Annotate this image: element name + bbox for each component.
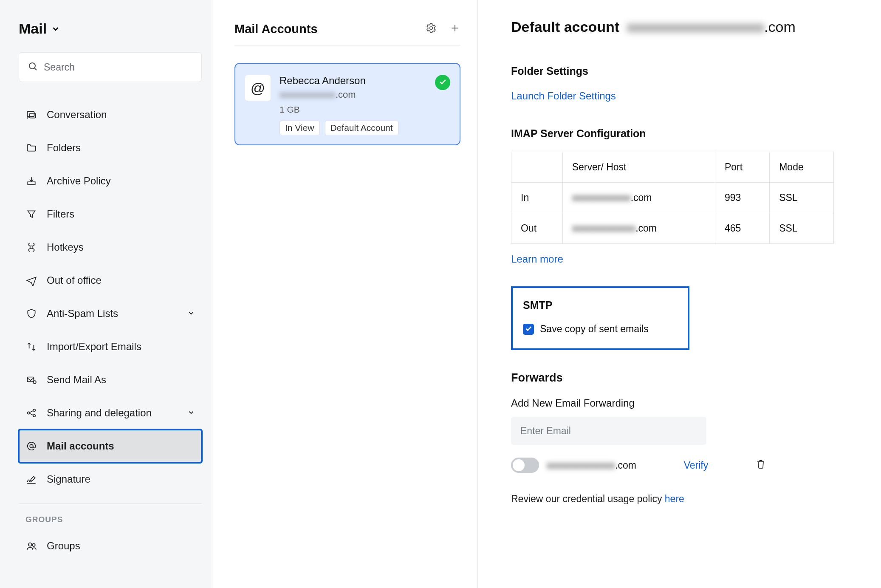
settings-sidebar: Mail Conversation Folders Archive Policy… — [0, 0, 212, 588]
cell-port: 465 — [715, 213, 769, 244]
cell-host: xxxxxxxxxxxx.com — [562, 183, 715, 213]
conversation-icon — [25, 109, 37, 120]
sidebar-item-folders[interactable]: Folders — [19, 131, 202, 164]
forwarding-email: xxxxxxxxxxxxxx.com — [547, 460, 636, 471]
sidebar-item-anti-spam[interactable]: Anti-Spam Lists — [19, 297, 202, 330]
table-row: In xxxxxxxxxxxx.com 993 SSL — [511, 183, 834, 213]
svg-point-5 — [33, 381, 36, 384]
cell-host: xxxxxxxxxxxxx.com — [562, 213, 715, 244]
sidebar-item-archive-policy[interactable]: Archive Policy — [19, 164, 202, 198]
account-card-body: Rebecca Anderson xxxxxxxxxxxx.com 1 GB I… — [280, 75, 426, 135]
launch-folder-settings-link[interactable]: Launch Folder Settings — [511, 90, 616, 102]
share-icon — [25, 407, 37, 418]
account-tags: In View Default Account — [280, 121, 426, 135]
cell-mode: SSL — [770, 183, 834, 213]
sidebar-item-hotkeys[interactable]: Hotkeys — [19, 231, 202, 264]
svg-point-0 — [29, 63, 35, 69]
accounts-title: Mail Accounts — [234, 22, 426, 36]
cell-port: 993 — [715, 183, 769, 213]
search-field-wrap[interactable] — [19, 52, 202, 82]
account-storage-size: 1 GB — [280, 105, 426, 115]
account-email: xxxxxxxxxxxx.com — [280, 89, 426, 100]
account-name: Rebecca Anderson — [280, 75, 426, 87]
groups-icon — [25, 540, 37, 551]
filter-icon — [25, 209, 37, 220]
chevron-down-icon — [51, 20, 60, 37]
signature-icon — [25, 474, 37, 485]
sidebar-item-label: Signature — [47, 473, 90, 485]
sidebar-item-filters[interactable]: Filters — [19, 198, 202, 231]
svg-point-12 — [430, 27, 433, 30]
command-icon — [25, 242, 37, 253]
credential-policy-text: Review our credential usage policy here — [511, 493, 840, 505]
sidebar-item-label: Archive Policy — [47, 175, 111, 187]
shield-icon — [25, 308, 37, 319]
sidebar-nav: Conversation Folders Archive Policy Filt… — [19, 98, 202, 496]
sidebar-item-mail-accounts[interactable]: Mail accounts — [19, 430, 202, 463]
svg-rect-4 — [27, 377, 34, 382]
col-blank — [511, 152, 563, 183]
sidebar-item-label: Hotkeys — [47, 241, 84, 253]
groups-section-label: GROUPS — [25, 515, 202, 524]
sidebar-app-selector[interactable]: Mail — [19, 20, 202, 37]
account-detail-panel: Default account xxxxxxxxxxxxxxxxxxx.com … — [478, 0, 881, 588]
sidebar-item-label: Send Mail As — [47, 374, 106, 386]
account-verified-badge — [435, 75, 450, 90]
send-as-icon — [25, 374, 37, 385]
folder-settings-section: Folder Settings Launch Folder Settings — [511, 65, 840, 102]
forwarding-verify-link[interactable]: Verify — [684, 460, 709, 471]
account-card[interactable]: @ Rebecca Anderson xxxxxxxxxxxx.com 1 GB… — [234, 63, 460, 145]
sidebar-item-send-mail-as[interactable]: Send Mail As — [19, 363, 202, 396]
smtp-save-copy-checkbox[interactable] — [523, 324, 534, 335]
sidebar-item-label: Filters — [47, 208, 74, 220]
sidebar-item-label: Folders — [47, 142, 81, 154]
smtp-save-copy-label: Save copy of sent emails — [540, 323, 649, 335]
sidebar-item-signature[interactable]: Signature — [19, 463, 202, 496]
accounts-header: Mail Accounts — [234, 22, 460, 46]
search-icon — [28, 61, 38, 74]
cell-direction: Out — [511, 213, 563, 244]
sidebar-item-conversation[interactable]: Conversation — [19, 98, 202, 131]
credential-policy-link[interactable]: here — [665, 493, 684, 505]
account-tag-default: Default Account — [325, 121, 398, 135]
imap-learn-more-link[interactable]: Learn more — [511, 253, 563, 265]
smtp-save-copy-row: Save copy of sent emails — [523, 323, 675, 335]
sidebar-item-label: Mail accounts — [47, 440, 114, 452]
forwarding-email-input[interactable] — [511, 417, 706, 445]
forwarding-delete-button[interactable] — [756, 459, 766, 472]
sidebar-title-text: Mail — [19, 20, 47, 37]
sidebar-item-out-of-office[interactable]: Out of office — [19, 264, 202, 297]
sidebar-item-label: Sharing and delegation — [47, 407, 152, 419]
accounts-header-actions — [426, 23, 460, 36]
forwarding-entry-row: xxxxxxxxxxxxxx.com Verify — [511, 458, 766, 473]
table-row: Out xxxxxxxxxxxxx.com 465 SSL — [511, 213, 834, 244]
forwarding-toggle[interactable] — [511, 458, 539, 473]
archive-icon — [25, 175, 37, 187]
col-mode: Mode — [770, 152, 834, 183]
accounts-list-panel: Mail Accounts @ Rebecca Anderson xxxxxxx… — [212, 0, 478, 588]
plane-icon — [25, 275, 37, 286]
account-avatar: @ — [245, 75, 271, 101]
imap-config-heading: IMAP Server Configuration — [511, 127, 840, 140]
imap-config-table: Server/ Host Port Mode In xxxxxxxxxxxx.c… — [511, 152, 834, 244]
folder-icon — [25, 142, 37, 153]
add-account-button[interactable] — [449, 23, 460, 36]
import-export-icon — [25, 341, 37, 352]
folder-settings-heading: Folder Settings — [511, 65, 840, 77]
sidebar-item-sharing[interactable]: Sharing and delegation — [19, 396, 202, 430]
sidebar-item-label: Anti-Spam Lists — [47, 308, 118, 319]
detail-title-email: xxxxxxxxxxxxxxxxxxx.com — [627, 19, 796, 35]
check-icon — [438, 77, 447, 88]
sidebar-item-groups[interactable]: Groups — [19, 529, 202, 563]
plus-icon — [449, 23, 460, 36]
sidebar-item-label: Conversation — [47, 109, 107, 121]
table-header-row: Server/ Host Port Mode — [511, 152, 834, 183]
svg-point-10 — [28, 543, 32, 546]
cell-mode: SSL — [770, 213, 834, 244]
sidebar-item-import-export[interactable]: Import/Export Emails — [19, 330, 202, 363]
svg-line-1 — [35, 68, 37, 70]
accounts-settings-button[interactable] — [426, 23, 437, 36]
svg-rect-3 — [30, 113, 36, 118]
search-input[interactable] — [44, 62, 193, 73]
gear-icon — [426, 23, 437, 36]
